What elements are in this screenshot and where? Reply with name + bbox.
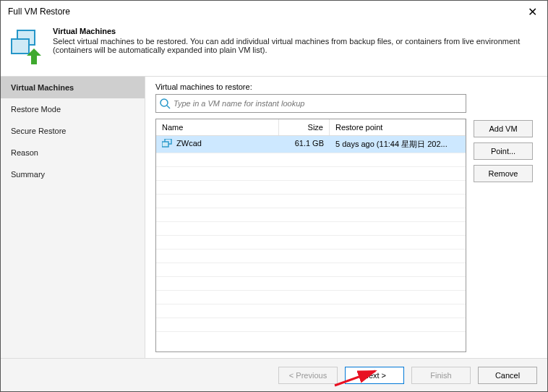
finish-button: Finish [411, 367, 471, 384]
window-title: Full VM Restore [8, 7, 70, 17]
titlebar: Full VM Restore ✕ [1, 1, 547, 22]
col-name[interactable]: Name [156, 119, 279, 135]
row-size: 61.1 GB [279, 136, 330, 153]
row-name: ZWcad [176, 139, 202, 148]
footer: < Previous Next > Finish Cancel [1, 358, 547, 391]
section-label: Virtual machines to restore: [155, 82, 466, 91]
sidebar-item-virtual-machines[interactable]: Virtual Machines [1, 77, 145, 98]
header-title: Virtual Machines [53, 27, 539, 35]
vm-icon [162, 139, 172, 149]
vm-table: Name Size Restore point ZWcad 61.1 GB 5 … [155, 119, 466, 352]
row-restore-point: 5 days ago (11:44 星期日 202... [330, 136, 466, 153]
sidebar-item-secure-restore[interactable]: Secure Restore [1, 120, 145, 142]
sidebar-item-restore-mode[interactable]: Restore Mode [1, 98, 145, 120]
header: Virtual Machines Select virtual machines… [1, 22, 547, 69]
col-restore-point[interactable]: Restore point [330, 119, 466, 135]
add-vm-button[interactable]: Add VM [474, 120, 533, 137]
wizard-sidebar: Virtual Machines Restore Mode Secure Res… [1, 77, 145, 358]
search-input[interactable] [174, 95, 466, 112]
next-button[interactable]: Next > [345, 367, 404, 384]
vm-restore-icon [11, 30, 46, 64]
main-panel: Virtual machines to restore: Name Size R… [145, 77, 547, 358]
remove-button[interactable]: Remove [474, 165, 533, 182]
table-row[interactable]: ZWcad 61.1 GB 5 days ago (11:44 星期日 202.… [156, 136, 466, 153]
search-icon [156, 98, 174, 109]
col-size[interactable]: Size [279, 119, 330, 135]
svg-rect-3 [162, 142, 168, 147]
sidebar-item-summary[interactable]: Summary [1, 163, 145, 185]
point-button[interactable]: Point... [474, 142, 533, 160]
header-text: Virtual Machines Select virtual machines… [53, 27, 539, 64]
cancel-button[interactable]: Cancel [478, 367, 537, 384]
header-desc: Select virtual machines to be restored. … [53, 37, 520, 54]
search-box[interactable] [155, 94, 466, 113]
sidebar-item-reason[interactable]: Reason [1, 142, 145, 163]
svg-point-0 [160, 99, 168, 106]
close-icon[interactable]: ✕ [523, 5, 541, 19]
previous-button: < Previous [278, 367, 338, 384]
svg-line-1 [167, 106, 170, 108]
